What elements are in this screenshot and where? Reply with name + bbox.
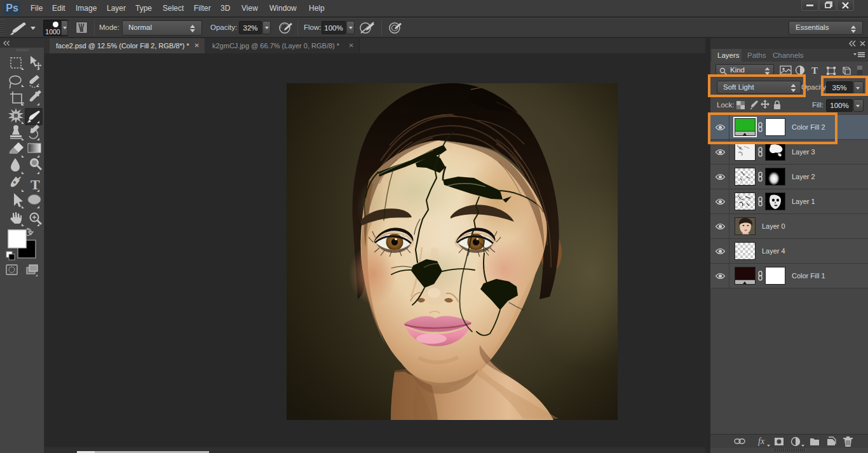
- svg-text:T: T: [811, 65, 818, 76]
- svg-text:fx: fx: [758, 436, 765, 446]
